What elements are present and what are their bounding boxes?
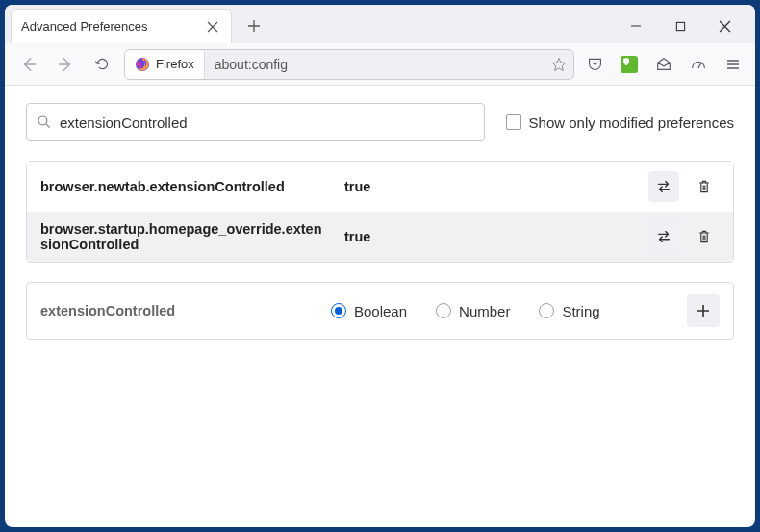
star-icon	[551, 57, 567, 72]
new-pref-name: extensionControlled	[40, 303, 319, 318]
plus-icon	[696, 303, 711, 318]
reload-icon	[94, 56, 111, 72]
site-identity[interactable]: Firefox	[125, 50, 205, 79]
add-pref-row: extensionControlled Boolean Number Strin…	[26, 282, 734, 340]
pref-value: true	[344, 229, 633, 244]
checkbox-icon	[506, 114, 521, 130]
minimize-button[interactable]	[622, 13, 649, 39]
dashboard-button[interactable]	[686, 52, 711, 77]
extension-green-button[interactable]	[617, 52, 642, 77]
trash-icon	[697, 179, 712, 194]
mail-button[interactable]	[651, 52, 676, 77]
minimize-icon	[630, 20, 642, 32]
radio-icon	[436, 303, 451, 318]
search-input[interactable]	[60, 114, 474, 131]
close-window-button[interactable]	[711, 13, 738, 39]
pref-value: true	[344, 179, 633, 194]
trash-icon	[697, 229, 712, 244]
close-icon	[207, 21, 218, 33]
search-row: Show only modified preferences	[26, 103, 734, 141]
radio-boolean[interactable]: Boolean	[331, 303, 407, 319]
pref-row[interactable]: browser.startup.homepage_override.extens…	[27, 212, 733, 262]
toggle-button[interactable]	[648, 221, 679, 252]
browser-window: Advanced Preferences	[5, 5, 755, 527]
delete-button[interactable]	[689, 171, 720, 202]
shield-badge-icon	[621, 56, 638, 73]
pocket-icon	[587, 56, 603, 72]
pocket-button[interactable]	[582, 52, 607, 77]
toolbar-extensions	[582, 52, 746, 77]
firefox-logo-icon	[135, 57, 150, 72]
search-icon	[37, 114, 52, 130]
close-tab-button[interactable]	[204, 18, 221, 36]
nav-toolbar: Firefox about:config	[5, 43, 755, 86]
search-box[interactable]	[26, 103, 485, 141]
arrow-left-icon	[20, 56, 38, 73]
url-text: about:config	[205, 57, 545, 72]
delete-button[interactable]	[689, 221, 720, 252]
preference-list: browser.newtab.extensionControlled true …	[26, 161, 734, 263]
show-modified-checkbox[interactable]: Show only modified preferences	[506, 114, 734, 131]
toggle-button[interactable]	[648, 171, 679, 202]
arrow-right-icon	[57, 56, 74, 73]
type-radio-group: Boolean Number String	[331, 303, 675, 319]
swap-icon	[655, 228, 672, 245]
back-button[interactable]	[14, 50, 43, 79]
pref-name: browser.newtab.extensionControlled	[40, 179, 329, 194]
plus-icon	[247, 19, 261, 33]
identity-label: Firefox	[156, 57, 194, 71]
tab-title: Advanced Preferences	[21, 19, 194, 34]
mail-open-icon	[655, 56, 672, 73]
reload-button[interactable]	[88, 50, 116, 79]
hamburger-icon	[725, 57, 741, 72]
radio-number[interactable]: Number	[436, 303, 510, 319]
radio-icon	[331, 303, 346, 318]
svg-point-2	[38, 116, 47, 125]
tab-strip: Advanced Preferences	[5, 5, 755, 43]
gauge-icon	[690, 56, 707, 73]
maximize-button[interactable]	[667, 13, 694, 39]
address-bar[interactable]: Firefox about:config	[124, 49, 574, 80]
about-config-content: Show only modified preferences browser.n…	[5, 86, 755, 527]
tab-advanced-preferences[interactable]: Advanced Preferences	[11, 9, 232, 43]
close-icon	[719, 20, 731, 33]
checkbox-label: Show only modified preferences	[529, 114, 734, 131]
window-controls	[622, 13, 749, 39]
svg-rect-0	[676, 22, 684, 30]
pref-row[interactable]: browser.newtab.extensionControlled true	[27, 162, 733, 212]
swap-icon	[655, 178, 672, 195]
radio-icon	[539, 303, 554, 318]
radio-string[interactable]: String	[539, 303, 599, 319]
add-button[interactable]	[687, 294, 720, 327]
bookmark-button[interactable]	[545, 50, 573, 79]
app-menu-button[interactable]	[721, 52, 746, 77]
forward-button[interactable]	[51, 50, 80, 79]
pref-name: browser.startup.homepage_override.extens…	[40, 221, 329, 252]
new-tab-button[interactable]	[240, 12, 268, 40]
maximize-icon	[675, 21, 686, 32]
